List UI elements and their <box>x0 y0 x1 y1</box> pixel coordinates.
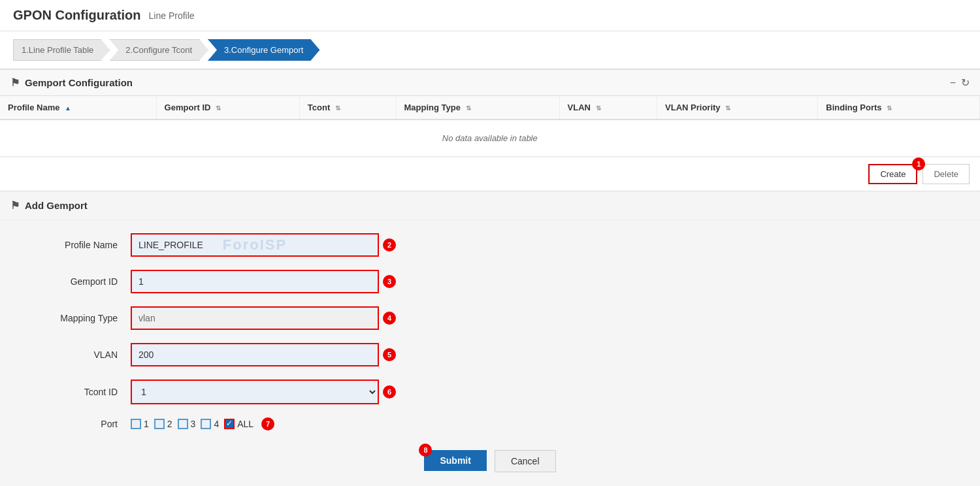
tcont-id-badge: 6 <box>383 385 396 398</box>
col-tcont[interactable]: Tcont ⇅ <box>299 96 396 120</box>
port-badge: 7 <box>261 417 274 430</box>
gemport-id-field <box>131 270 379 293</box>
col-binding-ports[interactable]: Binding Ports ⇅ <box>818 96 980 120</box>
gemport-config-section: ⚑ Gemport Configuration − ↻ Profile Name… <box>0 69 980 191</box>
table-footer: Create 1 Delete <box>0 157 980 191</box>
port-all-label: ALL <box>237 419 253 429</box>
gemport-section-title: ⚑ Gemport Configuration <box>10 76 133 89</box>
tcont-id-row: Tcont ID 1 2 3 4 6 <box>26 380 954 404</box>
add-gemport-header: ⚑ Add Gemport <box>0 191 980 220</box>
mapping-type-row: Mapping Type 4 <box>26 306 954 330</box>
tcont-id-label: Tcont ID <box>26 387 131 397</box>
cancel-button[interactable]: Cancel <box>495 450 556 472</box>
vlan-badge: 5 <box>383 348 396 361</box>
mapping-type-input[interactable] <box>131 306 379 330</box>
port-item-4: 4 <box>201 419 219 429</box>
section-action-buttons: − ↻ <box>950 76 970 89</box>
col-vlan[interactable]: VLAN ⇅ <box>559 96 657 120</box>
gemport-id-row: Gemport ID 3 <box>26 270 954 293</box>
port-item-2: 2 <box>154 419 172 429</box>
create-btn-wrap: Create 1 <box>868 164 917 184</box>
table-no-data-row: No data available in table <box>0 120 980 157</box>
col-profile-name[interactable]: Profile Name ▲ <box>0 96 156 120</box>
port-2-label: 2 <box>167 419 172 429</box>
submit-button[interactable]: Submit <box>424 450 486 471</box>
page-header: GPON Configuration Line Profile <box>0 0 980 31</box>
mapping-type-label: Mapping Type <box>26 313 131 323</box>
col-mapping-type[interactable]: Mapping Type ⇅ <box>396 96 559 120</box>
port-4-label: 4 <box>214 419 219 429</box>
page-subtitle: Line Profile <box>149 10 195 21</box>
sort-icon-vlan: ⇅ <box>596 105 601 112</box>
pin-icon: ⚑ <box>10 76 20 89</box>
profile-name-row: Profile Name ForoISP 2 <box>26 233 954 257</box>
col-vlan-priority[interactable]: VLAN Priority ⇅ <box>657 96 818 120</box>
tcont-id-field: 1 2 3 4 <box>131 380 379 404</box>
sort-icon-mapping-type: ⇅ <box>466 105 471 112</box>
gemport-section-header: ⚑ Gemport Configuration − ↻ <box>0 69 980 96</box>
wizard-step-1[interactable]: 1.Line Profile Table <box>13 39 110 61</box>
collapse-button[interactable]: − <box>950 76 956 89</box>
no-data-cell: No data available in table <box>0 120 980 157</box>
port-row: Port 1 2 3 4 <box>26 417 954 430</box>
sort-icon-tcont: ⇅ <box>335 105 340 112</box>
sort-icon-vlan-priority: ⇅ <box>725 105 730 112</box>
sort-icon-gemport-id: ⇅ <box>216 105 221 112</box>
vlan-row: VLAN 5 <box>26 343 954 366</box>
gemport-id-input[interactable] <box>131 270 379 293</box>
vlan-label: VLAN <box>26 349 131 360</box>
submit-btn-wrap: 8 Submit <box>424 450 486 472</box>
port-item-3: 3 <box>178 419 196 429</box>
vlan-input[interactable] <box>131 343 379 366</box>
delete-button[interactable]: Delete <box>923 164 970 184</box>
port-2-checkbox[interactable] <box>154 419 165 429</box>
gemport-table-container: Profile Name ▲ Gemport ID ⇅ Tcont ⇅ Mapp… <box>0 96 980 157</box>
port-item-all: ALL <box>224 419 253 429</box>
refresh-button[interactable]: ↻ <box>961 76 970 89</box>
port-3-checkbox[interactable] <box>178 419 188 429</box>
add-gemport-title: Add Gemport <box>25 200 88 211</box>
port-group: 1 2 3 4 ALL 7 <box>131 417 274 430</box>
profile-name-badge: 2 <box>383 238 396 251</box>
gemport-table: Profile Name ▲ Gemport ID ⇅ Tcont ⇅ Mapp… <box>0 96 980 157</box>
port-3-label: 3 <box>191 419 196 429</box>
mapping-type-field <box>131 306 379 330</box>
profile-name-field: ForoISP <box>131 233 379 257</box>
add-gemport-form: Profile Name ForoISP 2 Gemport ID 3 Mapp… <box>0 220 980 485</box>
create-button[interactable]: Create <box>868 164 917 184</box>
profile-name-label: Profile Name <box>26 240 131 250</box>
vlan-field <box>131 343 379 366</box>
sort-icon-binding-ports: ⇅ <box>887 105 892 112</box>
wizard-step-3[interactable]: 3.Configure Gemport <box>208 39 319 61</box>
sort-icon-profile-name: ▲ <box>65 105 71 112</box>
page-title: GPON Configuration <box>13 8 141 23</box>
port-item-1: 1 <box>131 419 149 429</box>
port-all-checkbox[interactable] <box>224 419 235 429</box>
mapping-type-badge: 4 <box>383 312 396 325</box>
col-gemport-id[interactable]: Gemport ID ⇅ <box>156 96 299 120</box>
form-actions: 8 Submit Cancel <box>26 450 954 472</box>
port-label: Port <box>26 419 131 429</box>
gemport-id-badge: 3 <box>383 275 396 288</box>
profile-name-input[interactable] <box>131 233 379 257</box>
port-1-label: 1 <box>144 419 149 429</box>
pin-icon-2: ⚑ <box>10 199 20 212</box>
port-1-checkbox[interactable] <box>131 419 141 429</box>
gemport-id-label: Gemport ID <box>26 276 131 287</box>
wizard-step-2[interactable]: 2.Configure Tcont <box>109 39 208 61</box>
port-4-checkbox[interactable] <box>201 419 211 429</box>
add-gemport-section: ⚑ Add Gemport Profile Name ForoISP 2 Gem… <box>0 191 980 485</box>
wizard-steps: 1.Line Profile Table 2.Configure Tcont 3… <box>0 31 980 69</box>
tcont-id-select[interactable]: 1 2 3 4 <box>131 380 379 404</box>
